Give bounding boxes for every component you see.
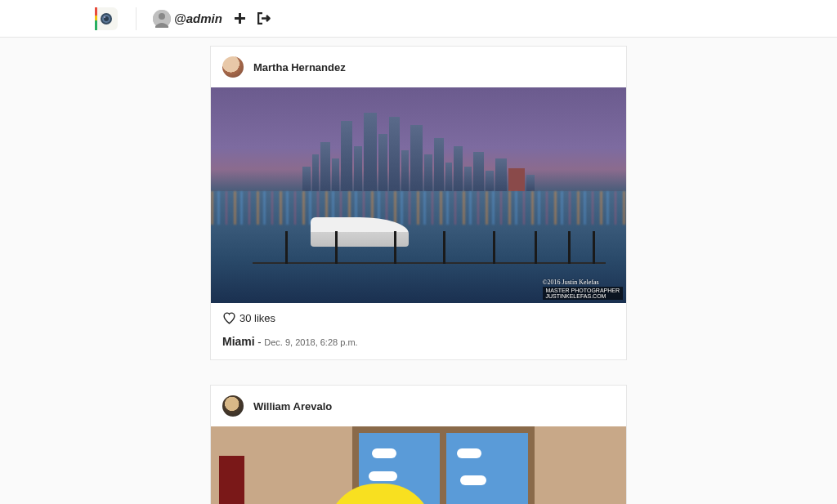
navbar-avatar bbox=[153, 10, 171, 28]
post-meta: 30 likes Miami - Dec. 9, 2018, 6:28 p.m. bbox=[211, 303, 626, 359]
post-author-avatar[interactable] bbox=[222, 56, 244, 78]
navbar-divider bbox=[136, 7, 137, 30]
post-author-name[interactable]: Martha Hernandez bbox=[253, 61, 346, 74]
caption-title: Miami bbox=[222, 335, 255, 348]
plus-icon bbox=[234, 12, 246, 25]
likes-row: 30 likes bbox=[222, 311, 615, 325]
app-logo[interactable] bbox=[93, 6, 119, 32]
post-image[interactable]: ©2016 Justin Kelefas MASTER PHOTOGRAPHER… bbox=[211, 87, 626, 303]
svg-rect-2 bbox=[95, 16, 97, 20]
post-header: William Arevalo bbox=[211, 386, 626, 426]
navbar-actions bbox=[234, 12, 271, 25]
navbar: @admin bbox=[0, 0, 837, 38]
post-author-avatar[interactable] bbox=[222, 395, 244, 417]
svg-rect-1 bbox=[95, 7, 97, 16]
svg-point-7 bbox=[104, 16, 105, 18]
caption-date: Dec. 9, 2018, 6:28 p.m. bbox=[264, 337, 357, 347]
logout-button[interactable] bbox=[257, 12, 271, 25]
logout-icon bbox=[257, 12, 271, 25]
caption-row: Miami - Dec. 9, 2018, 6:28 p.m. bbox=[222, 335, 615, 348]
navbar-username: @admin bbox=[174, 11, 222, 25]
add-post-button[interactable] bbox=[234, 12, 246, 25]
heart-icon bbox=[222, 311, 236, 325]
feed: Martha Hernandez bbox=[210, 46, 627, 504]
post-author-name[interactable]: William Arevalo bbox=[253, 400, 332, 413]
post-card: William Arevalo bbox=[210, 385, 627, 504]
post-card: Martha Hernandez bbox=[210, 46, 627, 360]
likes-count: 30 likes bbox=[239, 312, 275, 324]
navbar-user-link[interactable]: @admin bbox=[153, 10, 222, 28]
post-header: Martha Hernandez bbox=[211, 47, 626, 87]
like-button[interactable] bbox=[222, 311, 236, 325]
svg-point-9 bbox=[159, 13, 165, 20]
svg-rect-3 bbox=[95, 20, 97, 30]
post-image[interactable] bbox=[211, 426, 626, 504]
svg-rect-11 bbox=[235, 17, 245, 20]
